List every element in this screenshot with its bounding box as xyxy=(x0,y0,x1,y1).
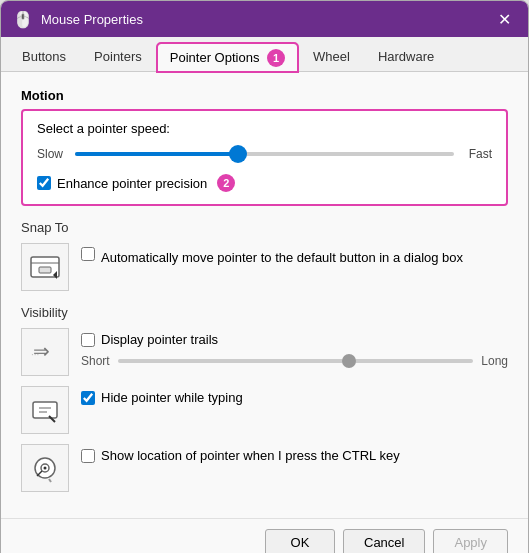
hide-typing-content: Hide pointer while typing xyxy=(81,386,508,405)
tab-bar: Buttons Pointers Pointer Options 1 Wheel… xyxy=(1,37,528,72)
svg-text:···: ··· xyxy=(31,349,39,360)
precision-row: Enhance pointer precision 2 xyxy=(37,174,492,192)
fast-label: Fast xyxy=(462,147,492,161)
tab-badge: 1 xyxy=(267,49,285,67)
slider-track xyxy=(75,152,454,156)
trails-icon: ⇒ ··· xyxy=(21,328,69,376)
snap-icon xyxy=(21,243,69,291)
snap-to-label: Snap To xyxy=(21,220,508,235)
dialog-content: Motion Select a pointer speed: Slow Fast… xyxy=(1,72,528,514)
hide-typing-icon xyxy=(21,386,69,434)
trails-label: Display pointer trails xyxy=(101,332,218,347)
show-location-label: Show location of pointer when I press th… xyxy=(101,448,400,463)
visibility-label: Visibility xyxy=(21,305,508,320)
speed-label: Select a pointer speed: xyxy=(37,121,492,136)
motion-section-box: Select a pointer speed: Slow Fast Enhanc… xyxy=(21,109,508,206)
snap-checkbox[interactable] xyxy=(81,247,95,261)
long-label: Long xyxy=(481,354,508,368)
titlebar-left: 🖱️ Mouse Properties xyxy=(13,10,143,29)
slider-fill xyxy=(75,152,246,156)
cancel-button[interactable]: Cancel xyxy=(343,529,425,553)
precision-label: Enhance pointer precision xyxy=(57,176,207,191)
speed-slider-container[interactable] xyxy=(75,144,454,164)
svg-rect-2 xyxy=(39,267,51,273)
hide-typing-label: Hide pointer while typing xyxy=(101,390,243,405)
show-location-checkbox-row: Show location of pointer when I press th… xyxy=(81,448,508,463)
hide-typing-checkbox[interactable] xyxy=(81,391,95,405)
snap-text: Automatically move pointer to the defaul… xyxy=(101,245,463,267)
snap-inner: Automatically move pointer to the defaul… xyxy=(21,243,508,291)
svg-rect-5 xyxy=(33,402,57,418)
hide-typing-checkbox-row: Hide pointer while typing xyxy=(81,390,508,405)
trails-slider-container[interactable] xyxy=(118,351,474,371)
svg-point-10 xyxy=(44,467,47,470)
show-location-row: Show location of pointer when I press th… xyxy=(21,444,508,492)
snap-checkbox-area: Automatically move pointer to the defaul… xyxy=(81,243,463,267)
trails-slider-row: Short Long xyxy=(81,351,508,371)
trails-track xyxy=(118,359,474,363)
show-location-icon xyxy=(21,444,69,492)
slow-label: Slow xyxy=(37,147,67,161)
trails-checkbox[interactable] xyxy=(81,333,95,347)
speed-row: Slow Fast xyxy=(37,144,492,164)
speed-slider-thumb[interactable] xyxy=(229,145,247,163)
trails-checkbox-row: Display pointer trails xyxy=(81,332,508,347)
hide-typing-row: Hide pointer while typing xyxy=(21,386,508,434)
ok-button[interactable]: OK xyxy=(265,529,335,553)
button-row: OK Cancel Apply xyxy=(1,518,528,553)
close-button[interactable]: ✕ xyxy=(492,7,516,31)
tab-pointer-options[interactable]: Pointer Options 1 xyxy=(157,43,298,72)
mouse-icon: 🖱️ xyxy=(13,10,33,29)
tab-wheel[interactable]: Wheel xyxy=(300,43,363,71)
apply-button[interactable]: Apply xyxy=(433,529,508,553)
trails-slider-thumb[interactable] xyxy=(342,354,356,368)
tab-buttons[interactable]: Buttons xyxy=(9,43,79,71)
trails-row: ⇒ ··· Display pointer trails Short xyxy=(21,328,508,376)
visibility-rows: ⇒ ··· Display pointer trails Short xyxy=(21,328,508,492)
tab-hardware[interactable]: Hardware xyxy=(365,43,447,71)
show-location-checkbox[interactable] xyxy=(81,449,95,463)
show-location-content: Show location of pointer when I press th… xyxy=(81,444,508,463)
dialog-title: Mouse Properties xyxy=(41,12,143,27)
titlebar: 🖱️ Mouse Properties ✕ xyxy=(1,1,528,37)
visibility-section: Visibility ⇒ ··· Display pointer trails xyxy=(21,305,508,492)
mouse-properties-dialog: 🖱️ Mouse Properties ✕ Buttons Pointers P… xyxy=(0,0,529,553)
precision-checkbox[interactable] xyxy=(37,176,51,190)
precision-badge: 2 xyxy=(217,174,235,192)
short-label: Short xyxy=(81,354,110,368)
trails-content: Display pointer trails Short Long xyxy=(81,328,508,371)
snap-to-section: Snap To Automatically move pointer to th… xyxy=(21,220,508,291)
tab-pointers[interactable]: Pointers xyxy=(81,43,155,71)
motion-section-label: Motion xyxy=(21,88,508,103)
